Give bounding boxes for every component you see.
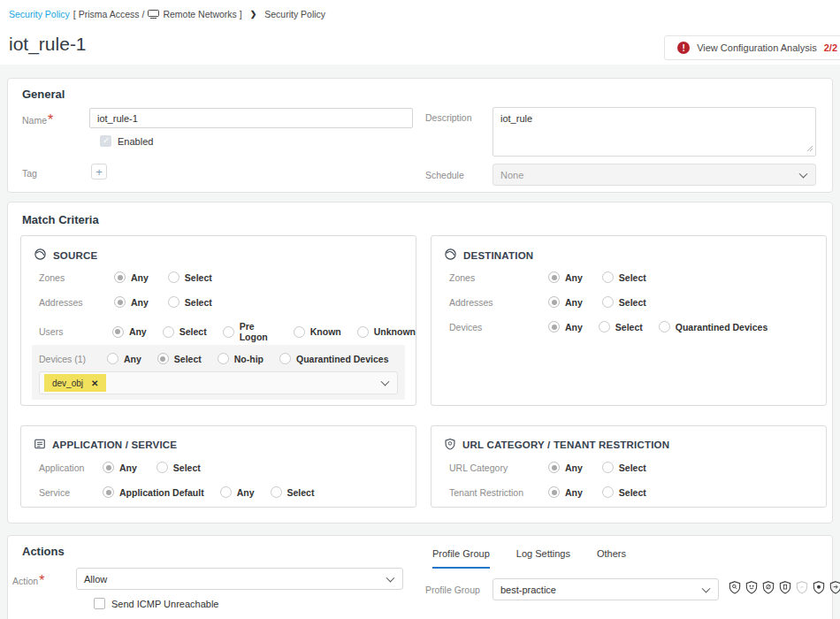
tag-label: Tag: [22, 168, 37, 179]
anti-spyware-shield-icon: [728, 580, 742, 594]
alert-icon: !: [677, 42, 690, 54]
icmp-checkbox-row[interactable]: Send ICMP Unreachable: [94, 598, 218, 609]
source-panel: SOURCE Zones Any Select Addresses Any Se…: [20, 235, 416, 406]
chevron-down-icon: [702, 584, 711, 592]
url-shield-icon: [444, 438, 456, 452]
radio-icon: [107, 353, 118, 364]
breadcrumb-context: [ Prisma Access /: [73, 9, 145, 19]
radio-icon: [103, 462, 114, 473]
actions-section: Actions Action* Allow Send ICMP Unreacha…: [7, 535, 833, 619]
radio-icon: [602, 296, 614, 308]
source-addresses-select-radio[interactable]: Select: [168, 296, 212, 308]
source-users-known-radio[interactable]: Known: [294, 326, 341, 338]
breadcrumb-current: Security Policy: [264, 9, 325, 19]
source-devices-quarantined-radio[interactable]: Quarantined Devices: [279, 353, 388, 364]
radio-icon: [114, 296, 126, 308]
url-category-select-radio[interactable]: Select: [602, 462, 646, 473]
application-row: Application Any Select: [39, 462, 201, 473]
radio-icon: [659, 321, 670, 332]
source-users-any-radio[interactable]: Any: [112, 326, 147, 338]
users-label: Users: [39, 326, 112, 337]
add-tag-button[interactable]: +: [91, 164, 107, 180]
radio-icon: [548, 271, 560, 283]
profile-group-label: Profile Group: [425, 585, 480, 595]
source-devices-select-radio[interactable]: Select: [157, 353, 202, 364]
service-appdefault-radio[interactable]: Application Default: [103, 486, 204, 498]
send-icmp-checkbox[interactable]: [94, 598, 105, 609]
application-label: Application: [39, 462, 103, 473]
radio-icon: [357, 326, 369, 338]
destination-zones-select-radio[interactable]: Select: [602, 271, 646, 283]
page-header: Security Policy [ Prisma Access / Remote…: [0, 0, 840, 65]
url-filtering-shield-icon: [812, 580, 826, 594]
source-zones-select-radio[interactable]: Select: [168, 271, 212, 283]
radio-icon: [294, 326, 305, 338]
radio-icon: [548, 296, 560, 308]
resize-handle-icon[interactable]: [806, 143, 813, 154]
page-title: iot_rule-1: [9, 34, 87, 55]
source-users-prelogon-radio[interactable]: Pre Logon: [223, 321, 278, 342]
tab-others[interactable]: Others: [597, 548, 626, 569]
enabled-checkbox-row[interactable]: Enabled: [100, 135, 153, 147]
source-devices-dropdown[interactable]: dev_obj ✕: [39, 371, 398, 394]
addresses-label: Addresses: [449, 297, 548, 308]
breadcrumb: Security Policy [ Prisma Access / Remote…: [9, 9, 325, 19]
remote-networks-icon: [148, 10, 159, 19]
radio-icon: [112, 326, 124, 338]
tenant-any-radio[interactable]: Any: [548, 486, 583, 498]
required-asterisk: *: [48, 112, 53, 128]
required-asterisk: *: [39, 573, 44, 589]
destination-icon: [444, 248, 457, 263]
breadcrumb-link-security-policy[interactable]: Security Policy: [9, 9, 70, 19]
action-select[interactable]: Allow: [76, 568, 403, 590]
source-users-unknown-radio[interactable]: Unknown: [357, 326, 416, 338]
chevron-down-icon: [386, 573, 395, 582]
tab-profile-group[interactable]: Profile Group: [432, 548, 490, 569]
device-tag-text: dev_obj: [52, 378, 83, 388]
destination-addresses-any-radio[interactable]: Any: [548, 296, 583, 308]
description-label: Description: [425, 112, 472, 123]
service-label: Service: [39, 487, 103, 498]
source-addresses-any-radio[interactable]: Any: [114, 296, 149, 308]
source-zones-any-radio[interactable]: Any: [114, 271, 149, 283]
destination-devices-select-radio[interactable]: Select: [599, 321, 643, 332]
antivirus-shield-icon: [745, 580, 759, 594]
source-devices-block: Devices (1) Any Select No-hip Quarantine…: [32, 345, 405, 400]
profile-group-select[interactable]: best-practice: [493, 578, 719, 600]
source-devices-nohip-radio[interactable]: No-hip: [218, 353, 263, 364]
application-any-radio[interactable]: Any: [103, 462, 137, 473]
device-tag-chip: dev_obj ✕: [44, 374, 106, 392]
schedule-select[interactable]: None: [493, 164, 816, 186]
radio-icon: [602, 462, 614, 473]
enabled-checkbox[interactable]: [100, 135, 111, 147]
source-icon: [34, 248, 47, 263]
schedule-label: Schedule: [425, 170, 464, 180]
description-textarea[interactable]: iot_rule: [493, 107, 816, 157]
radio-icon: [548, 321, 560, 332]
radio-icon: [548, 486, 560, 498]
radio-icon: [103, 486, 114, 498]
application-select-radio[interactable]: Select: [157, 462, 201, 473]
source-devices-any-radio[interactable]: Any: [107, 353, 141, 364]
remove-tag-icon[interactable]: ✕: [91, 378, 98, 388]
destination-devices-quarantined-radio[interactable]: Quarantined Devices: [659, 321, 767, 332]
tenant-select-radio[interactable]: Select: [602, 486, 646, 498]
radio-icon: [279, 353, 291, 364]
application-list-icon: [34, 438, 46, 452]
file-blocking-shield-icon: [778, 580, 792, 594]
name-input[interactable]: [89, 108, 413, 128]
zones-label: Zones: [39, 272, 114, 283]
radio-icon: [602, 486, 614, 498]
service-any-radio[interactable]: Any: [220, 486, 255, 498]
view-configuration-analysis-button[interactable]: ! View Configuration Analysis 2/2: [664, 35, 840, 60]
destination-zones-any-radio[interactable]: Any: [548, 271, 583, 283]
destination-addresses-select-radio[interactable]: Select: [602, 296, 646, 308]
tab-log-settings[interactable]: Log Settings: [516, 548, 570, 569]
url-category-any-radio[interactable]: Any: [548, 462, 583, 473]
destination-devices-any-radio[interactable]: Any: [548, 321, 583, 332]
source-users-select-radio[interactable]: Select: [163, 326, 207, 338]
service-select-radio[interactable]: Select: [271, 486, 315, 498]
destination-panel-title: DESTINATION: [444, 248, 533, 263]
source-panel-title: SOURCE: [34, 248, 97, 263]
radio-icon: [218, 353, 229, 364]
